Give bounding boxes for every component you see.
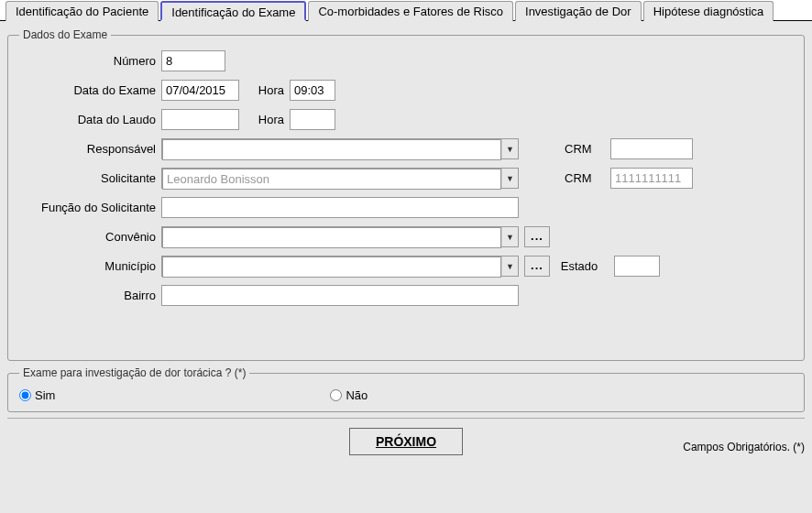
legend-dados-exame: Dados do Exame (19, 28, 111, 41)
label-municipio: Município (19, 259, 161, 273)
crm-responsavel-input[interactable] (610, 138, 693, 159)
responsavel-input[interactable] (162, 139, 501, 160)
tab-hipotese-diagnostica[interactable]: Hipótese diagnóstica (643, 1, 774, 21)
municipio-ellipsis-button[interactable]: ... (524, 256, 550, 277)
data-exame-input[interactable] (161, 80, 239, 101)
bairro-input[interactable] (161, 285, 519, 306)
radio-sim[interactable]: Sim (19, 388, 55, 402)
numero-input[interactable] (161, 50, 225, 71)
separator (7, 418, 805, 419)
label-crm-solicitante: CRM (565, 171, 610, 185)
radio-nao-input[interactable] (330, 389, 342, 401)
label-solicitante: Solicitante (19, 171, 161, 185)
label-data-exame: Data do Exame (19, 83, 161, 97)
radio-sim-input[interactable] (19, 389, 31, 401)
label-data-laudo: Data do Laudo (19, 113, 161, 126)
label-numero: Número (19, 54, 161, 68)
fieldset-dados-exame: Dados do Exame Número Data do Exame Hora… (7, 28, 805, 361)
chevron-down-icon[interactable]: ▼ (501, 256, 518, 276)
radio-sim-label: Sim (35, 388, 55, 402)
label-bairro: Bairro (19, 289, 161, 302)
radio-nao-label: Não (346, 388, 368, 402)
tab-identificacao-paciente[interactable]: Identificação do Paciente (5, 1, 159, 21)
chevron-down-icon[interactable]: ▼ (501, 227, 518, 246)
label-hora-laudo: Hora (239, 113, 290, 126)
municipio-input[interactable] (162, 256, 501, 278)
proximo-button[interactable]: PRÓXIMO (349, 428, 463, 455)
crm-solicitante-input[interactable] (610, 168, 693, 189)
convenio-combo[interactable]: ▼ (161, 226, 519, 247)
label-estado: Estado (550, 259, 614, 273)
hora-exame-input[interactable] (290, 80, 335, 101)
municipio-combo[interactable]: ▼ (161, 256, 519, 277)
tab-identificacao-exame[interactable]: Identificação do Exame (160, 1, 306, 21)
funcao-solicitante-input[interactable] (161, 197, 519, 218)
chevron-down-icon[interactable]: ▼ (501, 169, 518, 188)
data-laudo-input[interactable] (161, 109, 239, 130)
hora-laudo-input[interactable] (290, 109, 335, 130)
fieldset-investigacao-dor: Exame para investigação de dor torácica … (7, 366, 805, 412)
solicitante-input[interactable] (162, 169, 501, 190)
label-funcao-solicitante: Função do Solicitante (19, 201, 161, 214)
estado-input[interactable] (614, 256, 660, 277)
label-convenio: Convênio (19, 230, 161, 244)
legend-investigacao-dor: Exame para investigação de dor torácica … (19, 366, 249, 379)
responsavel-combo[interactable]: ▼ (161, 138, 519, 159)
label-responsavel: Responsável (19, 142, 161, 156)
tab-comorbidades[interactable]: Co-morbidades e Fatores de Risco (308, 1, 513, 21)
radio-nao[interactable]: Não (330, 388, 368, 402)
label-hora-exame: Hora (239, 83, 290, 97)
solicitante-combo[interactable]: ▼ (161, 168, 519, 189)
tab-investigacao-dor[interactable]: Investigação de Dor (515, 1, 642, 21)
label-crm-responsavel: CRM (565, 142, 610, 156)
convenio-ellipsis-button[interactable]: ... (524, 226, 550, 247)
chevron-down-icon[interactable]: ▼ (501, 139, 518, 158)
required-fields-note: Campos Obrigatórios. (*) (683, 441, 805, 453)
convenio-input[interactable] (162, 227, 501, 248)
